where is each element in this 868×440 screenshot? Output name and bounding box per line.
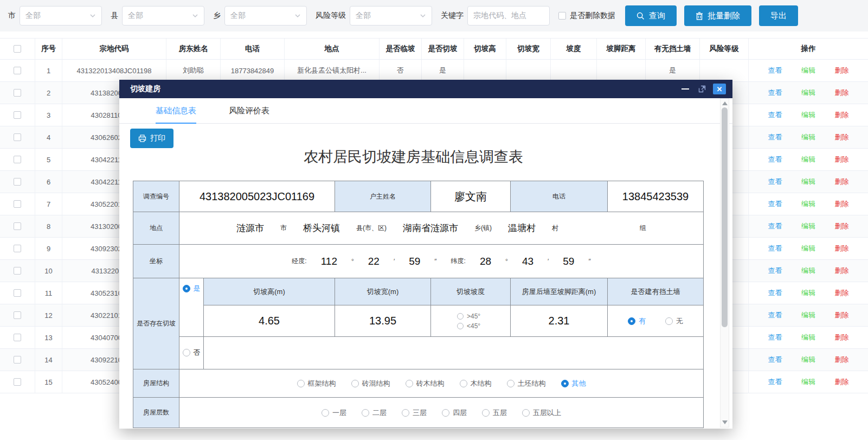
edit-link[interactable]: 编辑 (801, 132, 815, 142)
view-link[interactable]: 查看 (768, 310, 782, 320)
keyword-input[interactable]: 宗地代码、地点 (467, 6, 550, 25)
row-checkbox[interactable] (14, 289, 21, 297)
view-link[interactable]: 查看 (768, 132, 782, 142)
edit-link[interactable]: 编辑 (801, 333, 815, 342)
row-checkbox[interactable] (14, 245, 21, 252)
row-checkbox[interactable] (14, 156, 21, 163)
delete-link[interactable]: 删除 (835, 155, 849, 164)
select-all-checkbox[interactable] (14, 45, 21, 53)
radio-structure[interactable]: 土坯结构 (507, 379, 546, 388)
maximize-icon[interactable] (698, 85, 706, 93)
view-link[interactable]: 查看 (768, 155, 782, 164)
radio-structure[interactable]: 其他 (561, 379, 586, 388)
radio-angle-lt45[interactable]: <45° (457, 322, 480, 330)
batch-delete-button[interactable]: 批量删除 (684, 5, 751, 26)
row-checkbox[interactable] (14, 356, 21, 364)
delete-link[interactable]: 删除 (835, 110, 849, 120)
view-link[interactable]: 查看 (768, 266, 782, 276)
radio-structure[interactable]: 框架结构 (297, 379, 336, 388)
view-link[interactable]: 查看 (768, 288, 782, 298)
row-actions: 查看编辑删除 (749, 171, 868, 193)
row-checkbox-cell (0, 349, 35, 371)
scroll-up-arrow-icon[interactable] (722, 101, 728, 105)
row-checkbox[interactable] (14, 111, 21, 119)
row-checkbox[interactable] (14, 133, 21, 141)
export-button[interactable]: 导出 (759, 5, 798, 26)
query-button[interactable]: 查询 (625, 5, 677, 26)
edit-link[interactable]: 编辑 (801, 199, 815, 209)
risk-select[interactable]: 全部 (350, 6, 432, 25)
county-select[interactable]: 全部 (122, 6, 204, 25)
edit-link[interactable]: 编辑 (801, 244, 815, 253)
radio-structure[interactable]: 砖混结构 (351, 379, 390, 388)
edit-link[interactable]: 编辑 (801, 110, 815, 120)
delete-link[interactable]: 删除 (835, 244, 849, 253)
tab-risk-evaluation[interactable]: 风险评价表 (229, 98, 269, 123)
edit-link[interactable]: 编辑 (801, 355, 815, 365)
row-checkbox[interactable] (14, 222, 21, 230)
delete-data-checkbox[interactable] (558, 12, 566, 20)
view-link[interactable]: 查看 (768, 110, 782, 120)
view-link[interactable]: 查看 (768, 177, 782, 187)
view-link[interactable]: 查看 (768, 355, 782, 365)
row-checkbox[interactable] (14, 89, 21, 97)
radio-floors[interactable]: 二层 (362, 408, 387, 418)
view-link[interactable]: 查看 (768, 377, 782, 387)
radio-wall-no[interactable]: 无 (665, 316, 683, 326)
row-checkbox[interactable] (14, 311, 21, 319)
radio-angle-gt45[interactable]: >45° (457, 313, 480, 320)
edit-link[interactable]: 编辑 (801, 377, 815, 387)
row-checkbox[interactable] (14, 67, 21, 74)
edit-link[interactable]: 编辑 (801, 66, 815, 75)
edit-link[interactable]: 编辑 (801, 88, 815, 98)
edit-link[interactable]: 编辑 (801, 221, 815, 231)
delete-link[interactable]: 删除 (835, 355, 849, 365)
close-icon[interactable]: ✕ (713, 84, 726, 94)
row-checkbox[interactable] (14, 334, 21, 341)
delete-link[interactable]: 删除 (835, 221, 849, 231)
delete-link[interactable]: 删除 (835, 132, 849, 142)
delete-link[interactable]: 删除 (835, 310, 849, 320)
view-link[interactable]: 查看 (768, 199, 782, 209)
edit-link[interactable]: 编辑 (801, 266, 815, 276)
row-checkbox[interactable] (14, 200, 21, 208)
delete-link[interactable]: 删除 (835, 288, 849, 298)
view-link[interactable]: 查看 (768, 333, 782, 342)
city-select[interactable]: 全部 (20, 6, 102, 25)
row-checkbox[interactable] (14, 178, 21, 186)
delete-link[interactable]: 删除 (835, 333, 849, 342)
edit-link[interactable]: 编辑 (801, 155, 815, 164)
delete-link[interactable]: 删除 (835, 377, 849, 387)
radio-floors[interactable]: 五层以上 (522, 408, 561, 418)
delete-link[interactable]: 删除 (835, 266, 849, 276)
tab-basic-info[interactable]: 基础信息表 (156, 98, 196, 123)
delete-link[interactable]: 删除 (835, 66, 849, 75)
delete-link[interactable]: 删除 (835, 199, 849, 209)
print-button[interactable]: 打印 (130, 129, 173, 148)
view-link[interactable]: 查看 (768, 221, 782, 231)
view-link[interactable]: 查看 (768, 244, 782, 253)
radio-floors[interactable]: 一层 (322, 408, 346, 418)
delete-link[interactable]: 删除 (835, 88, 849, 98)
radio-floors[interactable]: 五层 (482, 408, 507, 418)
radio-wall-yes[interactable]: 有 (628, 316, 646, 326)
row-checkbox[interactable] (14, 267, 21, 275)
scrollbar-thumb[interactable] (722, 107, 728, 327)
radio-structure[interactable]: 砖木结构 (406, 379, 445, 388)
modal-scrollbar[interactable] (720, 98, 729, 428)
edit-link[interactable]: 编辑 (801, 288, 815, 298)
edit-link[interactable]: 编辑 (801, 310, 815, 320)
view-link[interactable]: 查看 (768, 88, 782, 98)
radio-floors[interactable]: 三层 (402, 408, 427, 418)
scroll-down-arrow-icon[interactable] (722, 420, 728, 424)
radio-slope-yes[interactable]: 是 (183, 284, 201, 294)
radio-slope-no[interactable]: 否 (183, 348, 201, 358)
minimize-icon[interactable] (681, 88, 689, 90)
township-select[interactable]: 全部 (224, 6, 307, 25)
row-checkbox[interactable] (14, 378, 21, 386)
radio-structure[interactable]: 木结构 (460, 379, 492, 388)
edit-link[interactable]: 编辑 (801, 177, 815, 187)
radio-floors[interactable]: 四层 (442, 408, 467, 418)
delete-link[interactable]: 删除 (835, 177, 849, 187)
view-link[interactable]: 查看 (768, 66, 782, 75)
